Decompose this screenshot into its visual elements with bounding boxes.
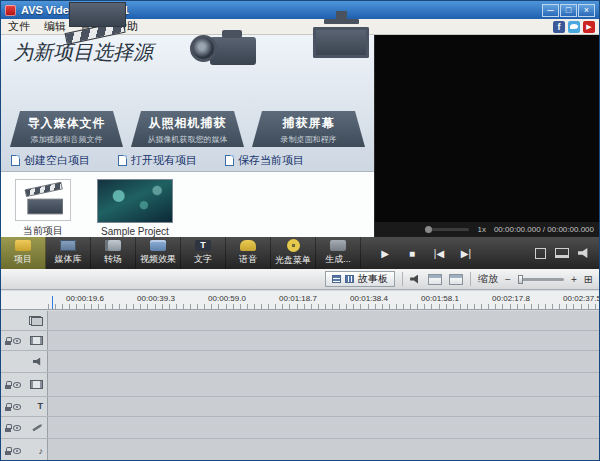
menu-file[interactable]: 文件 bbox=[1, 19, 37, 34]
volume-icon[interactable] bbox=[578, 248, 591, 258]
visibility-icon[interactable] bbox=[13, 338, 21, 344]
link-label: 创建空白项目 bbox=[24, 153, 90, 168]
overlay-track bbox=[1, 373, 599, 397]
stop-button[interactable]: ■ bbox=[404, 248, 420, 259]
produce-icon bbox=[330, 240, 346, 251]
capture-camera-button[interactable]: 从照相机捕获 从摄像机获取您的媒体 bbox=[128, 63, 247, 149]
tab-label: 转场 bbox=[104, 253, 122, 266]
tab-video-effects[interactable]: 视频效果 bbox=[136, 237, 181, 269]
video-track bbox=[1, 331, 599, 351]
voice-record-icon bbox=[32, 423, 43, 431]
ruler-timestamp: 00:01:18.7 bbox=[279, 294, 317, 303]
scenes-icon bbox=[29, 316, 43, 326]
facebook-icon[interactable]: f bbox=[553, 21, 565, 33]
lock-icon[interactable] bbox=[5, 447, 11, 455]
seek-handle[interactable] bbox=[425, 226, 432, 233]
video-track-lane[interactable] bbox=[48, 331, 599, 350]
timeline-ruler[interactable]: 00:00:19.6 00:00:39.3 00:00:59.0 00:01:1… bbox=[1, 291, 599, 310]
music-track-header[interactable]: ♪ bbox=[1, 439, 48, 461]
mute-icon[interactable] bbox=[410, 275, 421, 284]
text-track-header[interactable]: T bbox=[1, 397, 48, 416]
zoom-handle[interactable] bbox=[518, 275, 523, 284]
fit-screen-icon[interactable] bbox=[535, 248, 546, 259]
twitter-icon[interactable] bbox=[568, 21, 580, 33]
open-project-link[interactable]: 打开现有项目 bbox=[118, 153, 197, 168]
overlay-track-lane[interactable] bbox=[48, 373, 599, 396]
zoom-slider[interactable] bbox=[518, 278, 564, 281]
mode-toolbar: 项目 媒体库 转场 视频效果 T 文字 语音 光盘菜单 生成... bbox=[1, 237, 599, 269]
scenes-track bbox=[1, 311, 599, 331]
save-project-link[interactable]: 保存当前项目 bbox=[225, 153, 304, 168]
import-media-button[interactable]: 导入媒体文件 添加视频和音频文件 bbox=[7, 63, 126, 149]
text-track-lane[interactable] bbox=[48, 397, 599, 416]
ruler-timestamp: 00:01:58.1 bbox=[421, 294, 459, 303]
capture-screen-button[interactable]: 捕获屏幕 录制桌面和程序 bbox=[249, 63, 368, 149]
voice-track-lane[interactable] bbox=[48, 417, 599, 438]
timecode: 00:00:00.000 / 00:00:00.000 bbox=[494, 225, 594, 234]
text-icon: T bbox=[195, 240, 211, 251]
expand-timeline-icon[interactable]: ⊞ bbox=[584, 273, 593, 286]
scenes-track-header[interactable] bbox=[1, 311, 48, 330]
video-track-header[interactable] bbox=[1, 331, 48, 350]
lock-icon[interactable] bbox=[5, 403, 11, 411]
lock-icon[interactable] bbox=[5, 424, 11, 432]
close-button[interactable]: × bbox=[578, 4, 595, 17]
fullscreen-monitor-icon[interactable] bbox=[555, 248, 569, 258]
tab-produce[interactable]: 生成... bbox=[316, 237, 361, 269]
voice-track bbox=[1, 417, 599, 439]
zoom-out-icon[interactable]: − bbox=[505, 274, 511, 285]
scenes-track-lane[interactable] bbox=[48, 311, 599, 330]
minimize-button[interactable]: ─ bbox=[542, 4, 559, 17]
link-label: 保存当前项目 bbox=[238, 153, 304, 168]
next-frame-button[interactable]: ▶| bbox=[458, 248, 474, 259]
play-button[interactable]: ▶ bbox=[377, 248, 393, 259]
open-document-icon bbox=[118, 155, 127, 166]
clapperboard-icon bbox=[26, 186, 59, 215]
overlay-track-header[interactable] bbox=[1, 373, 48, 396]
visibility-icon[interactable] bbox=[13, 425, 21, 431]
visibility-icon[interactable] bbox=[13, 382, 21, 388]
track-view-icon[interactable] bbox=[428, 274, 442, 285]
tab-disc-menu[interactable]: 光盘菜单 bbox=[271, 237, 316, 269]
start-panel: 为新项目选择源 导入媒体文件 添加视频和音频文件 从照相机捕获 从摄像机获取您的… bbox=[1, 35, 374, 237]
source-subtitle: 添加视频和音频文件 bbox=[10, 134, 123, 145]
zoom-in-icon[interactable]: + bbox=[571, 274, 577, 285]
sample-project-item[interactable]: Sample Project bbox=[97, 179, 173, 237]
divider bbox=[470, 272, 471, 286]
new-document-icon bbox=[11, 155, 20, 166]
project-links: 创建空白项目 打开现有项目 保存当前项目 bbox=[11, 152, 370, 168]
visibility-icon[interactable] bbox=[13, 448, 21, 454]
ruler-timestamp: 00:02:17.8 bbox=[492, 294, 530, 303]
previous-frame-button[interactable]: |◀ bbox=[431, 248, 447, 259]
current-project-thumbnail bbox=[15, 179, 71, 221]
video-audio-track-header[interactable] bbox=[1, 351, 48, 372]
tab-label: 语音 bbox=[239, 253, 257, 266]
maximize-button[interactable]: □ bbox=[560, 4, 577, 17]
lock-icon[interactable] bbox=[5, 381, 11, 389]
microphone-icon bbox=[240, 240, 256, 251]
tab-transitions[interactable]: 转场 bbox=[91, 237, 136, 269]
lock-icon[interactable] bbox=[5, 337, 11, 345]
tab-project[interactable]: 项目 bbox=[1, 237, 46, 269]
folder-icon bbox=[15, 240, 31, 251]
window-controls: ─ □ × bbox=[542, 4, 595, 17]
current-project-item[interactable]: 当前项目 bbox=[15, 179, 71, 237]
music-track-lane[interactable] bbox=[48, 439, 599, 461]
music-track-icon: ♪ bbox=[39, 447, 44, 456]
seek-slider[interactable] bbox=[425, 228, 469, 231]
effects-icon bbox=[150, 240, 166, 251]
ruler-timestamp: 00:02:37.5 bbox=[563, 294, 599, 303]
tab-voice[interactable]: 语音 bbox=[226, 237, 271, 269]
video-preview: 1x 00:00:00.000 / 00:00:00.000 bbox=[374, 35, 599, 237]
youtube-icon[interactable]: ▶ bbox=[583, 21, 595, 33]
speaker-icon[interactable] bbox=[33, 358, 43, 366]
visibility-icon[interactable] bbox=[13, 404, 21, 410]
compact-view-icon[interactable] bbox=[449, 274, 463, 285]
transport-controls: ▶ ■ |◀ ▶| bbox=[377, 237, 474, 269]
storyboard-toggle-button[interactable]: 故事板 bbox=[325, 271, 395, 287]
voice-track-header[interactable] bbox=[1, 417, 48, 438]
tab-text[interactable]: T 文字 bbox=[181, 237, 226, 269]
tab-media-library[interactable]: 媒体库 bbox=[46, 237, 91, 269]
create-blank-project-link[interactable]: 创建空白项目 bbox=[11, 153, 90, 168]
video-audio-track-lane[interactable] bbox=[48, 351, 599, 372]
